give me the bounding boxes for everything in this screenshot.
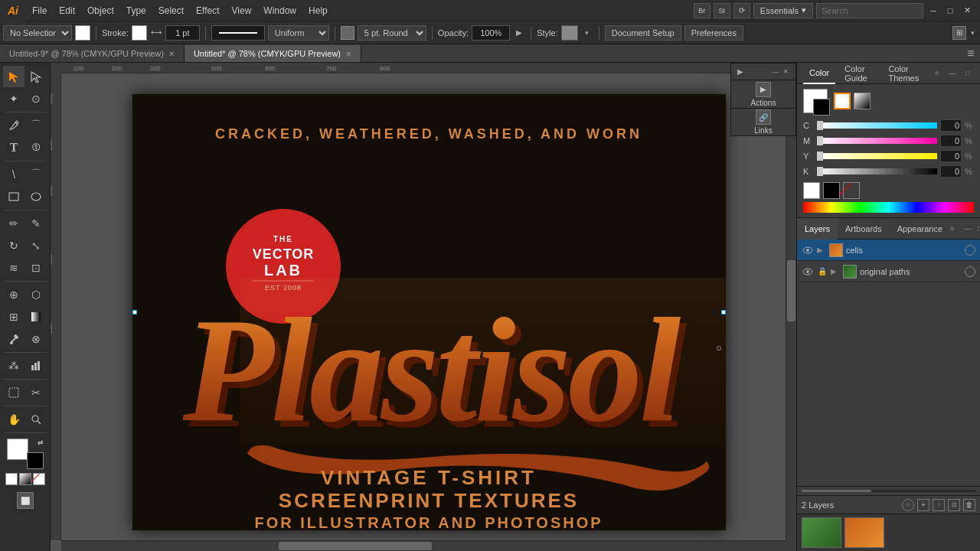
magic-wand-tool[interactable]: ✦ (3, 88, 24, 109)
preferences-button[interactable]: Preferences (684, 25, 743, 41)
layer-expand-cells[interactable]: ▶ (817, 246, 826, 254)
stroke-weight-input[interactable] (165, 25, 200, 41)
line-tool[interactable]: \ (3, 164, 24, 185)
menu-edit[interactable]: Edit (53, 0, 81, 21)
thumbnail-2[interactable] (844, 517, 884, 548)
y-value[interactable] (940, 150, 962, 162)
document-setup-button[interactable]: Document Setup (605, 25, 681, 41)
symbol-tool[interactable]: ⁂ (3, 355, 24, 377)
move-to-layer-button[interactable]: ↑ (933, 499, 945, 511)
none-swatch[interactable] (33, 473, 45, 485)
stroke-box[interactable] (813, 99, 830, 116)
gradient-swatch[interactable] (19, 473, 31, 485)
menu-object[interactable]: Object (81, 0, 120, 21)
color-mode-normal[interactable] (5, 473, 18, 485)
paintbrush-tool[interactable]: ✏ (3, 213, 24, 234)
layers-scroll-bar[interactable] (802, 490, 871, 492)
k-value[interactable] (940, 165, 962, 178)
warp-tool[interactable]: ≋ (3, 257, 24, 279)
panel-collapse-icon[interactable]: — (946, 67, 959, 80)
canvas-scrollbar-h[interactable] (61, 540, 786, 551)
panel-expand-icon[interactable]: ▶ (736, 67, 745, 77)
artboard-tool[interactable] (3, 382, 24, 403)
opacity-input[interactable] (472, 25, 510, 41)
stroke-uniform-dropdown[interactable]: Uniform (268, 25, 329, 41)
stroke-color-swatch[interactable] (27, 452, 44, 469)
layer-cells[interactable]: ▶ cells (797, 240, 980, 261)
menu-effect[interactable]: Effect (190, 0, 225, 21)
actions-item[interactable]: ▶ Actions (731, 80, 795, 108)
delete-layer-button[interactable]: 🗑 (963, 499, 975, 511)
tab-artboards[interactable]: Artboards (838, 218, 890, 240)
panel-expand-double-icon[interactable]: □ (962, 67, 974, 80)
shape-builder-tool[interactable]: ⊕ (3, 284, 24, 305)
m-slider[interactable] (817, 138, 937, 144)
menu-file[interactable]: File (26, 0, 53, 21)
sel-handle-tl[interactable] (132, 310, 137, 315)
menu-help[interactable]: Help (302, 0, 334, 21)
tab-untitled[interactable]: Untitled* @ 78% (CMYK/GPU Preview) ✕ (185, 45, 361, 62)
panel-close-icon[interactable]: ✕ (783, 68, 791, 76)
tab-layers[interactable]: Layers (797, 218, 838, 240)
free-transform-tool[interactable]: ⊡ (25, 257, 47, 279)
essentials-button[interactable]: Essentials ▾ (753, 3, 813, 18)
arc-tool[interactable]: ⌒ (25, 164, 47, 185)
m-value[interactable] (940, 135, 962, 147)
opacity-arrow[interactable]: ▶ (513, 27, 525, 39)
scrollbar-thumb-h[interactable] (279, 542, 432, 550)
layer-target-paths[interactable] (965, 266, 975, 277)
links-item[interactable]: 🔗 Links (731, 108, 795, 135)
panel-min-icon[interactable]: — (773, 68, 780, 76)
blend-tool[interactable]: ⊗ (25, 328, 47, 350)
pen-tool[interactable] (3, 115, 24, 136)
close-button[interactable]: ✕ (960, 4, 974, 18)
bridge-icon[interactable]: Br (694, 3, 710, 18)
menu-select[interactable]: Select (152, 0, 190, 21)
y-slider[interactable] (817, 153, 937, 159)
fill-color-box[interactable] (75, 25, 90, 41)
type-tool[interactable]: T (3, 137, 24, 158)
collect-button[interactable]: ⊡ (948, 499, 960, 511)
layer-visibility-cells[interactable] (802, 244, 814, 256)
fill-box[interactable] (803, 89, 828, 113)
layer-lock-paths[interactable]: 🔒 (817, 266, 828, 277)
stroke-cap-dropdown[interactable]: 5 pt. Round (358, 25, 426, 41)
selection-dropdown[interactable]: No Selection (3, 25, 72, 41)
ellipse-tool[interactable] (25, 186, 47, 207)
layer-original-paths[interactable]: 🔒 ▶ original paths (797, 261, 980, 282)
tab-untitled9[interactable]: Untitled-9* @ 78% (CMYK/GPU Preview) ✕ (0, 45, 185, 62)
scrollbar-thumb-v[interactable] (787, 260, 795, 321)
rect-tool[interactable] (3, 186, 24, 207)
minimize-button[interactable]: ─ (926, 4, 940, 18)
perspective-tool[interactable]: ⬡ (25, 284, 47, 305)
gradient-icon[interactable] (854, 93, 871, 109)
search-input[interactable] (816, 3, 923, 18)
scale-tool[interactable]: ⤡ (25, 235, 47, 256)
panel-options-icon[interactable]: ≡ (931, 67, 943, 80)
white-swatch[interactable] (803, 182, 820, 199)
black-swatch[interactable] (823, 182, 840, 199)
rotate-tool[interactable]: ↻ (3, 235, 24, 256)
mesh-tool[interactable]: ⊞ (3, 306, 24, 328)
eyedropper-tool[interactable] (3, 328, 24, 350)
layer-target-cells[interactable] (965, 245, 975, 256)
layer-visibility-paths[interactable] (802, 266, 814, 278)
solid-color-icon[interactable] (834, 93, 851, 109)
tab-color-guide[interactable]: Color Guide (838, 63, 879, 84)
menu-view[interactable]: View (226, 0, 258, 21)
k-slider[interactable] (817, 168, 937, 174)
sel-handle-tr[interactable] (721, 310, 726, 315)
gradient-tool[interactable] (25, 306, 47, 328)
tab-panel-button[interactable]: ≡ (962, 45, 980, 62)
select-tool[interactable] (3, 66, 24, 87)
make-clipping-mask-button[interactable]: ○ (902, 499, 914, 511)
menu-type[interactable]: Type (120, 0, 152, 21)
stroke-color-box[interactable] (132, 25, 147, 41)
layers-panel-collapse[interactable]: — (964, 224, 975, 233)
spectrum-bar[interactable] (803, 202, 974, 213)
slice-tool[interactable]: ✂ (25, 382, 47, 403)
style-box[interactable] (561, 25, 578, 41)
menu-window[interactable]: Window (257, 0, 302, 21)
c-value[interactable] (940, 119, 962, 132)
zoom-tool[interactable] (25, 409, 47, 430)
